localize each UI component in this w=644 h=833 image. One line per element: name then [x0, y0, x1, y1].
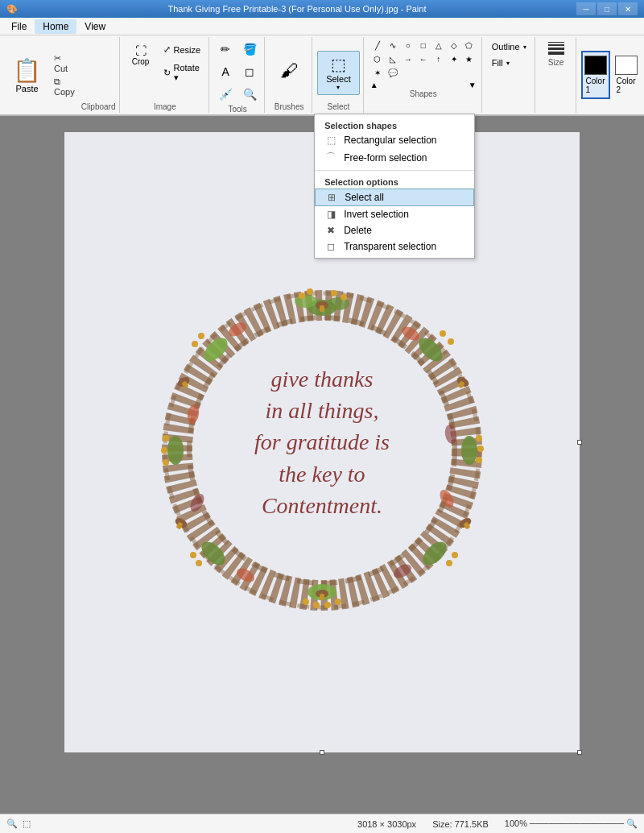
app-icon: 🎨 — [6, 4, 18, 15]
freeform-selection-item[interactable]: ⌒ Free-form selection — [315, 148, 474, 167]
selection-options-label: Selection options — [315, 174, 474, 189]
resize-handle-br[interactable] — [577, 750, 582, 755]
svg-point-4 — [295, 295, 317, 308]
select-group: ⬚ Select ▾ Select Selection shapes ⬚ Rec… — [314, 37, 364, 113]
title-bar: 🎨 Thank Giving Free Printable-3 (For Per… — [0, 0, 644, 18]
svg-point-29 — [163, 435, 169, 441]
brushes-label: Brushes — [275, 102, 304, 111]
clipboard-label: Clipboard — [81, 101, 116, 111]
color2-swatch — [615, 56, 638, 75]
svg-point-21 — [303, 599, 309, 605]
shapes-label: Shapes — [410, 89, 437, 98]
shape-star5[interactable]: ★ — [462, 52, 477, 65]
resize-handle-bc[interactable] — [320, 750, 324, 755]
selection-shapes-label: Selection shapes — [315, 118, 474, 132]
magnify-button[interactable]: 🔍 — [238, 84, 261, 105]
shape-arrow-up[interactable]: ↑ — [431, 52, 446, 65]
delete-item[interactable]: ✖ Delete — [315, 222, 474, 238]
text-button[interactable]: A — [214, 61, 237, 82]
rectangular-selection-item[interactable]: ⬚ Rectangular selection — [315, 132, 474, 148]
dropdown-divider-1 — [315, 170, 474, 171]
svg-point-15 — [477, 446, 484, 452]
copy-button[interactable]: ⧉ Copy — [51, 76, 78, 97]
pencil-button[interactable]: ✏ — [214, 39, 237, 60]
svg-point-28 — [167, 436, 184, 465]
svg-rect-36 — [320, 305, 324, 312]
svg-point-19 — [452, 552, 458, 558]
fill-button[interactable]: 🪣 — [238, 39, 261, 60]
window-title: Thank Giving Free Printable-3 (For Perso… — [18, 4, 576, 14]
svg-point-8 — [331, 290, 337, 296]
crop-button[interactable]: ⛶ Crop — [125, 42, 157, 68]
invert-selection-item[interactable]: ◨ Invert selection — [315, 206, 474, 222]
status-right: 3018 × 3030px Size: 771.5KB 100% ───────… — [357, 818, 638, 829]
ribbon: 📋 Paste ✂ Cut ⧉ Copy Clipboard ⛶ Crop ⤢ … — [0, 35, 644, 116]
shape-arrow-right[interactable]: → — [401, 52, 415, 65]
frame-icon: ⬚ — [23, 818, 31, 829]
shape-diamond[interactable]: ◇ — [447, 39, 461, 52]
status-bar: 🔍 ⬚ 3018 × 3030px Size: 771.5KB 100% ───… — [0, 814, 644, 833]
shape-oval[interactable]: ○ — [401, 39, 415, 52]
select-all-item[interactable]: ⊞ Select all — [315, 189, 474, 206]
svg-point-18 — [446, 560, 452, 566]
svg-point-27 — [190, 552, 196, 558]
color-section: Color 1 Color 2 — [578, 37, 644, 113]
shape-arrow-left[interactable]: ← — [416, 52, 431, 65]
shape-right-tri[interactable]: ◺ — [386, 52, 400, 65]
cut-copy-buttons: ✂ Cut ⧉ Copy — [51, 52, 78, 97]
shape-callout[interactable]: 💬 — [386, 66, 400, 79]
svg-point-34 — [192, 341, 198, 347]
svg-point-6 — [299, 292, 305, 299]
shapes-scroll-down[interactable]: ▼ — [469, 81, 477, 89]
brushes-button[interactable]: 🖌 — [273, 51, 305, 91]
eraser-button[interactable]: ◻ — [238, 61, 261, 82]
svg-point-7 — [307, 288, 313, 295]
menu-home[interactable]: Home — [35, 19, 76, 34]
minimize-button[interactable]: ─ — [576, 2, 596, 15]
color1-box[interactable]: Color 1 — [581, 51, 610, 99]
shape-star4[interactable]: ✦ — [447, 52, 461, 65]
svg-point-31 — [163, 459, 169, 466]
shape-star6[interactable]: ✶ — [370, 66, 385, 79]
svg-point-30 — [161, 447, 167, 454]
resize-button[interactable]: ⤢ Resize — [159, 42, 206, 57]
image-group: ⛶ Crop ⤢ Resize ↻ Rotate ▾ Image — [122, 37, 210, 113]
fill-button[interactable]: Fill ▾ — [489, 56, 530, 69]
menu-view[interactable]: View — [76, 19, 114, 34]
shape-hex[interactable]: ⬡ — [370, 52, 385, 65]
shape-curve[interactable]: ∿ — [386, 39, 400, 52]
transparent-selection-item[interactable]: ◻ Transparent selection — [315, 238, 474, 255]
menu-file[interactable]: File — [3, 19, 35, 34]
zoom-level: 100% ─────────────── 🔍 — [505, 818, 638, 829]
close-button[interactable]: ✕ — [618, 2, 638, 15]
resize-handle-mr[interactable] — [577, 440, 582, 445]
shapes-scroll-up[interactable]: ▲ — [370, 81, 378, 89]
svg-point-14 — [476, 435, 482, 441]
select-button[interactable]: ⬚ Select ▾ — [317, 51, 360, 95]
maximize-button[interactable]: □ — [597, 2, 617, 15]
size-label: Size — [548, 58, 564, 67]
outline-fill-group: Outline ▾ Fill ▾ — [484, 37, 535, 113]
svg-point-12 — [448, 338, 454, 345]
size-button[interactable] — [542, 39, 571, 58]
color-picker-button[interactable]: 💉 — [214, 84, 237, 105]
shape-rect[interactable]: □ — [416, 39, 431, 52]
svg-point-16 — [476, 457, 482, 463]
size-group: Size — [537, 37, 576, 113]
rotate-button[interactable]: ↻ Rotate ▾ — [159, 60, 206, 85]
paste-button[interactable]: 📋 Paste — [6, 54, 47, 97]
color2-box[interactable]: Color 2 — [612, 51, 641, 99]
svg-point-11 — [440, 330, 446, 337]
svg-point-22 — [313, 602, 320, 608]
window-controls: ─ □ ✕ — [576, 2, 638, 15]
shape-pentagon[interactable]: ⬠ — [462, 39, 477, 52]
cut-button[interactable]: ✂ Cut — [51, 52, 78, 74]
shape-line[interactable]: ╱ — [370, 39, 385, 52]
color1-swatch — [584, 56, 607, 75]
menu-bar: File Home View — [0, 18, 644, 35]
shape-triangle[interactable]: △ — [431, 39, 446, 52]
tools-label: Tools — [228, 105, 246, 114]
svg-point-26 — [196, 560, 202, 566]
outline-button[interactable]: Outline ▾ — [489, 40, 530, 53]
image-label: Image — [125, 102, 206, 111]
